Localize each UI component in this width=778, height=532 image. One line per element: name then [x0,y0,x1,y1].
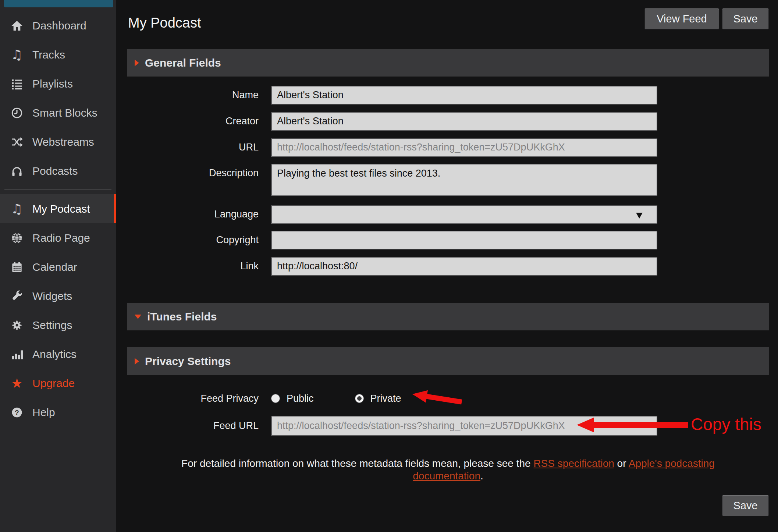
clock-icon [9,107,25,119]
sidebar-item-label: My Podcast [32,203,90,215]
footer-note: For detailed information on what these m… [127,457,769,482]
description-textarea[interactable]: Playing the best test files since 2013. [271,164,657,196]
question-circle-icon: ? [9,407,25,418]
form-row-link: Link [127,257,657,276]
home-icon [9,20,25,32]
music-note-icon: ♫ [9,202,25,216]
form-row-creator: Creator [127,112,657,131]
section-title: iTunes Fields [147,311,217,323]
nav-secondary: ♫ My Podcast Radio Page [0,194,116,427]
annotation-arrow-feed-url [576,416,689,433]
top-accent-bar [4,0,113,7]
sidebar-item-webstreams[interactable]: Webstreams [0,127,116,156]
radio-private-label[interactable]: Private [370,393,401,404]
expand-triangle-icon [135,358,139,365]
list-icon [9,78,25,90]
sidebar-item-label: Analytics [32,348,77,361]
annotation-copy-this: Copy this [691,414,761,434]
form-row-name: Name [127,86,657,104]
music-note-icon: ♫ [9,48,25,61]
language-select[interactable] [271,205,657,224]
section-header-itunes-fields[interactable]: iTunes Fields [127,303,769,330]
form-row-language: Language [127,205,657,224]
sidebar-item-label: Podcasts [32,165,78,177]
radio-private[interactable] [355,394,364,403]
shuffle-icon [9,136,25,148]
sidebar-item-label: Tracks [32,49,65,61]
annotation-arrow-private [411,387,464,409]
sidebar-item-podcasts[interactable]: Podcasts [0,156,116,185]
feed-privacy-label: Feed Privacy [127,390,259,407]
section-title: Privacy Settings [145,355,231,368]
description-label: Description [127,164,259,198]
sidebar-item-label: Help [32,406,55,419]
feed-privacy-private-option[interactable]: Private [355,393,401,404]
name-label: Name [127,86,259,104]
rss-specification-link[interactable]: RSS specification [533,458,614,469]
sidebar-item-label: Settings [32,319,72,331]
page-title: My Podcast [128,15,201,31]
feed-url-label: Feed URL [127,416,259,436]
footer-text: or [614,458,629,469]
name-input[interactable] [271,86,657,104]
copyright-input[interactable] [271,231,657,249]
sidebar-item-radio-page[interactable]: Radio Page [0,223,116,252]
sidebar-item-label: Smart Blocks [32,107,97,119]
sidebar-item-playlists[interactable]: Playlists [0,69,116,98]
creator-label: Creator [127,112,259,131]
sidebar-item-my-podcast[interactable]: ♫ My Podcast [0,194,116,223]
sidebar-item-widgets[interactable]: Widgets [0,281,116,311]
section-header-privacy-settings[interactable]: Privacy Settings [127,347,769,375]
calendar-icon [9,261,25,273]
radio-public[interactable] [271,394,280,403]
view-feed-button[interactable]: View Feed [644,8,719,29]
language-label: Language [127,205,259,224]
form-row-description: Description Playing the best test files … [127,164,657,198]
sidebar-item-label: Webstreams [32,136,94,148]
svg-text:?: ? [15,408,19,416]
sidebar-item-label: Widgets [32,290,72,302]
sidebar-item-analytics[interactable]: Analytics [0,340,116,369]
expand-triangle-icon [135,60,139,66]
url-label: URL [127,138,259,157]
nav-primary: Dashboard ♫ Tracks Playlists [0,11,116,185]
sidebar-item-label: Playlists [32,78,73,90]
form-row-feed-privacy: Feed Privacy Public Private [127,390,401,407]
save-button-bottom[interactable]: Save [722,495,769,516]
headphones-icon [9,165,25,177]
sidebar-item-help[interactable]: ? Help [0,398,116,427]
copyright-label: Copyright [127,231,259,249]
collapse-triangle-icon [135,315,141,319]
select-dropdown-arrow-icon [636,213,643,219]
url-input[interactable] [271,138,657,157]
globe-icon [9,232,25,244]
page: Dashboard ♫ Tracks Playlists [0,0,778,532]
gear-icon [9,319,25,331]
star-icon: ★ [9,377,25,390]
form-row-url: URL [127,138,657,157]
form-row-copyright: Copyright [127,231,657,249]
creator-input[interactable] [271,112,657,131]
sidebar-item-label: Calendar [32,261,77,273]
sidebar-item-calendar[interactable]: Calendar [0,252,116,281]
section-header-general-fields[interactable]: General Fields [127,49,769,77]
footer-text: . [480,470,483,482]
sidebar-item-label: Dashboard [32,19,86,32]
sidebar-item-dashboard[interactable]: Dashboard [0,11,116,40]
sidebar-item-smart-blocks[interactable]: Smart Blocks [0,98,116,127]
footer-text: For detailed information on what these m… [181,458,533,469]
sidebar-divider [4,189,111,190]
radio-public-label[interactable]: Public [287,393,314,404]
wrench-icon [9,290,25,302]
sidebar-item-tracks[interactable]: ♫ Tracks [0,40,116,69]
sidebar-item-upgrade[interactable]: ★ Upgrade [0,369,116,398]
sidebar-item-label: Radio Page [32,232,90,244]
link-input[interactable] [271,257,657,276]
feed-privacy-public-option[interactable]: Public [271,393,314,404]
link-label: Link [127,257,259,276]
sidebar-item-settings[interactable]: Settings [0,311,116,340]
sidebar-item-label: Upgrade [32,377,75,390]
bar-chart-icon [9,348,25,360]
save-button-top[interactable]: Save [722,8,769,29]
section-title: General Fields [145,57,221,69]
